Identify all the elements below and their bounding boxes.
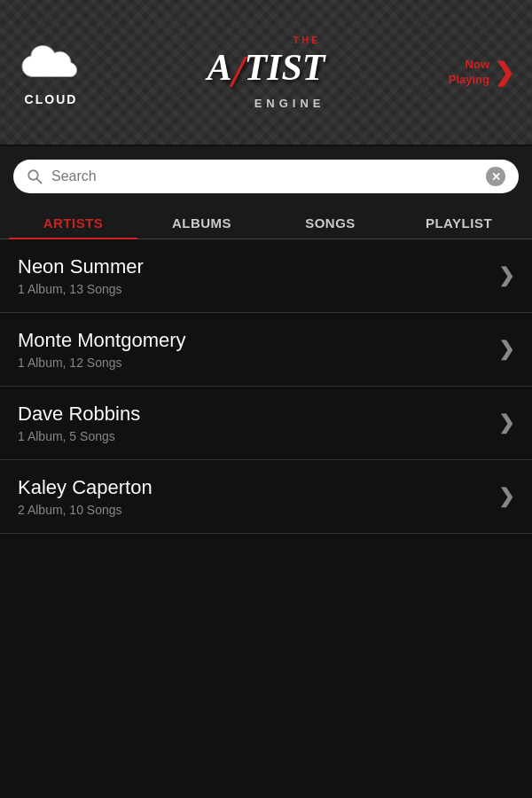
artist-name: Dave Robbins [18, 403, 140, 426]
logo-engine-text: ENGINE [254, 97, 325, 110]
chevron-right-icon: ❯ [498, 411, 514, 434]
search-icon [27, 168, 43, 184]
tab-songs[interactable]: SONGS [266, 208, 395, 239]
list-item[interactable]: Dave Robbins 1 Album, 5 Songs ❯ [0, 387, 532, 460]
now-playing-chevron-icon: ❯ [494, 58, 514, 87]
artist-name: Neon Summer [18, 255, 144, 278]
chevron-right-icon: ❯ [498, 485, 514, 508]
list-item[interactable]: Monte Montgomery 1 Album, 12 Songs ❯ [0, 313, 532, 387]
search-input[interactable] [51, 168, 477, 184]
artist-name: Kaley Caperton [18, 476, 153, 499]
svg-line-1 [37, 179, 42, 184]
cloud-label: CLOUD [25, 92, 78, 106]
clear-icon: ✕ [491, 171, 501, 183]
now-playing-button[interactable]: Now Playing ❯ [449, 58, 514, 88]
empty-area [0, 534, 532, 798]
logo-the: THE [293, 35, 320, 45]
artist-meta: 1 Album, 5 Songs [18, 429, 140, 443]
now-playing-text: Now Playing [449, 58, 489, 88]
app-header: CLOUD THE A/TIST ENGINE Now Playing ❯ [0, 0, 532, 146]
tabs-bar: ARTISTS ALBUMS SONGS PLAYLIST [0, 198, 532, 239]
list-item[interactable]: Neon Summer 1 Album, 13 Songs ❯ [0, 239, 532, 313]
search-container: ✕ [0, 146, 532, 198]
search-clear-button[interactable]: ✕ [486, 167, 505, 186]
logo-artist-text: A/TIST [207, 45, 325, 97]
artists-list: Neon Summer 1 Album, 13 Songs ❯ Monte Mo… [0, 239, 532, 534]
chevron-right-icon: ❯ [498, 338, 514, 361]
artist-info: Monte Montgomery 1 Album, 12 Songs [18, 329, 186, 370]
chevron-right-icon: ❯ [498, 264, 514, 287]
search-bar: ✕ [13, 160, 519, 193]
cloud-icon [18, 39, 84, 88]
artist-name: Monte Montgomery [18, 329, 186, 352]
tab-albums[interactable]: ALBUMS [137, 208, 266, 239]
app-logo: THE A/TIST ENGINE [207, 35, 325, 110]
cloud-section[interactable]: CLOUD [18, 39, 84, 106]
artist-info: Dave Robbins 1 Album, 5 Songs [18, 403, 140, 443]
artist-meta: 2 Album, 10 Songs [18, 503, 153, 517]
tab-playlist[interactable]: PLAYLIST [395, 208, 523, 239]
tab-artists[interactable]: ARTISTS [9, 208, 137, 239]
list-item[interactable]: Kaley Caperton 2 Album, 10 Songs ❯ [0, 460, 532, 534]
artist-meta: 1 Album, 12 Songs [18, 356, 186, 370]
artist-info: Kaley Caperton 2 Album, 10 Songs [18, 476, 153, 517]
artist-info: Neon Summer 1 Album, 13 Songs [18, 255, 144, 296]
artist-meta: 1 Album, 13 Songs [18, 282, 144, 296]
